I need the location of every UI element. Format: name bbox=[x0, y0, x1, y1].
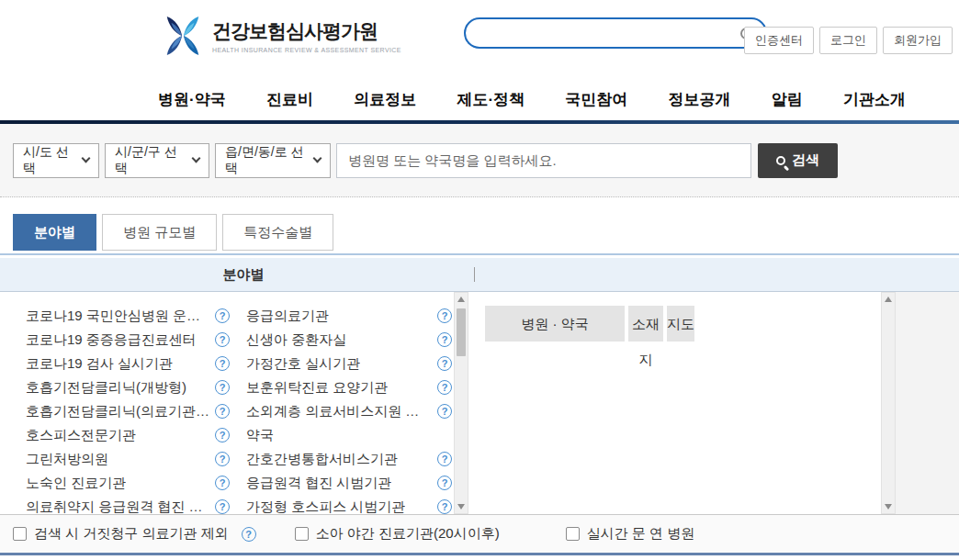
nav-item[interactable]: 국민참여 bbox=[565, 89, 627, 110]
results-scrollbar[interactable] bbox=[881, 292, 896, 514]
footer-filter-checkbox[interactable] bbox=[566, 527, 580, 541]
help-icon[interactable] bbox=[437, 356, 452, 371]
category-item[interactable]: 코로나19 중증응급진료센터 bbox=[26, 328, 230, 352]
nav-item[interactable]: 병원·약국 bbox=[158, 89, 226, 110]
category-item-label[interactable]: 보훈위탁진료 요양기관 bbox=[246, 379, 388, 397]
category-item[interactable]: 코로나19 국민안심병원 운영기관 bbox=[26, 304, 230, 328]
category-item[interactable]: 응급원격 협진 시범기관 bbox=[246, 471, 452, 495]
tab[interactable]: 분야별 bbox=[13, 214, 96, 251]
help-icon[interactable] bbox=[437, 452, 452, 466]
utility-link-button[interactable]: 로그인 bbox=[819, 27, 877, 54]
category-item[interactable]: 코로나19 검사 실시기관 bbox=[26, 352, 230, 375]
chevron-down-icon bbox=[313, 154, 322, 163]
help-icon[interactable] bbox=[215, 356, 230, 371]
category-item-label[interactable]: 가정간호 실시기관 bbox=[246, 355, 360, 373]
category-item-label[interactable]: 응급의료기관 bbox=[246, 308, 329, 325]
category-item[interactable]: 소외계층 의료서비스지원 사업… bbox=[246, 399, 452, 423]
top-bar: 건강보험심사평가원 HEALTH INSURANCE REVIEW & ASSE… bbox=[0, 0, 959, 78]
region-select[interactable]: 읍/면/동/로 선택 bbox=[215, 143, 331, 178]
category-item-label[interactable]: 가정형 호스피스 시범기관 bbox=[246, 498, 405, 515]
category-item-label[interactable]: 호흡기전담클리닉(개방형) bbox=[26, 379, 186, 397]
category-item[interactable]: 호흡기전담클리닉(개방형) bbox=[26, 375, 230, 399]
category-item-label[interactable]: 코로나19 국민안심병원 운영기관 bbox=[26, 308, 209, 325]
help-icon[interactable] bbox=[215, 452, 230, 466]
category-item-label[interactable]: 그린처방의원 bbox=[26, 451, 108, 468]
chevron-down-icon bbox=[192, 154, 201, 163]
help-icon[interactable] bbox=[437, 476, 452, 490]
scroll-up-icon[interactable] bbox=[882, 293, 895, 306]
nav-item[interactable]: 진료비 bbox=[266, 89, 313, 110]
tab-underline bbox=[0, 253, 959, 255]
help-icon[interactable] bbox=[215, 428, 230, 442]
category-item-label[interactable]: 코로나19 중증응급진료센터 bbox=[26, 331, 197, 349]
category-item-label[interactable]: 노숙인 진료기관 bbox=[26, 475, 126, 492]
category-scrollbar[interactable] bbox=[454, 292, 468, 514]
utility-link-button[interactable]: 회원가입 bbox=[883, 27, 953, 54]
results-column-header: 지도 bbox=[667, 306, 694, 342]
category-item-label[interactable]: 응급원격 협진 시범기관 bbox=[246, 475, 391, 492]
tab[interactable]: 병원 규모별 bbox=[102, 214, 217, 251]
category-item-label[interactable]: 코로나19 검사 실시기관 bbox=[26, 355, 173, 373]
results-panel: 병원 · 약국소재지지도 bbox=[468, 292, 896, 514]
footer-filter-checkbox[interactable] bbox=[295, 527, 309, 541]
help-icon[interactable] bbox=[215, 332, 230, 347]
footer-filter-checkbox[interactable] bbox=[13, 527, 27, 541]
category-item[interactable]: 응급의료기관 bbox=[246, 304, 452, 328]
category-columns: 코로나19 국민안심병원 운영기관 코로나19 중증응급진료센터 코로나19 검… bbox=[13, 292, 468, 514]
region-select[interactable]: 시/도 선택 bbox=[13, 143, 99, 178]
category-item[interactable]: 의료취약지 응급원격 협진 시범 bbox=[26, 495, 230, 514]
help-icon[interactable] bbox=[215, 476, 230, 490]
category-item-label[interactable]: 의료취약지 응급원격 협진 시범 bbox=[26, 498, 209, 515]
global-search[interactable] bbox=[464, 17, 767, 49]
region-select[interactable]: 시/군/구 선택 bbox=[105, 143, 209, 178]
footer-filter[interactable]: 실시간 문 연 병원 bbox=[566, 525, 723, 543]
category-item[interactable]: 노숙인 진료기관 bbox=[26, 471, 230, 495]
category-item[interactable]: 약국 bbox=[246, 423, 452, 447]
category-item-label[interactable]: 약국 bbox=[246, 427, 274, 444]
category-item[interactable]: 호흡기전담클리닉(의료기관형) bbox=[26, 399, 230, 423]
logo-title: 건강보험심사평가원 bbox=[212, 18, 401, 44]
keyword-input[interactable] bbox=[336, 143, 751, 178]
nav-item[interactable]: 제도·정책 bbox=[457, 89, 525, 110]
nav-item[interactable]: 의료정보 bbox=[354, 89, 416, 110]
category-item-label[interactable]: 소외계층 의료서비스지원 사업… bbox=[246, 403, 432, 420]
utility-link-button[interactable]: 인증센터 bbox=[744, 27, 814, 54]
help-icon[interactable] bbox=[437, 308, 452, 323]
scroll-down-icon[interactable] bbox=[455, 500, 468, 513]
scrollbar-thumb[interactable] bbox=[457, 308, 466, 356]
help-icon[interactable] bbox=[437, 332, 452, 347]
help-icon[interactable] bbox=[215, 499, 230, 514]
category-item[interactable]: 신생아 중환자실 bbox=[246, 328, 452, 352]
global-search-input[interactable] bbox=[479, 26, 740, 40]
help-icon[interactable] bbox=[215, 380, 230, 395]
category-item[interactable]: 가정간호 실시기관 bbox=[246, 352, 452, 375]
nav-item[interactable]: 알림 bbox=[772, 89, 803, 110]
nav-item[interactable]: 정보공개 bbox=[669, 89, 731, 110]
category-item-label[interactable]: 간호간병통합서비스기관 bbox=[246, 451, 398, 468]
help-icon[interactable] bbox=[437, 499, 452, 514]
scroll-down-icon[interactable] bbox=[882, 500, 895, 513]
category-item-label[interactable]: 호스피스전문기관 bbox=[26, 427, 136, 444]
category-item[interactable]: 호스피스전문기관 bbox=[26, 423, 230, 447]
help-icon[interactable] bbox=[215, 308, 230, 323]
category-list-right: 응급의료기관 신생아 중환자실 가정간호 실시기관 보훈위탁진료 bbox=[246, 304, 452, 514]
tab[interactable]: 특정수술별 bbox=[222, 214, 333, 251]
help-icon[interactable] bbox=[437, 404, 452, 419]
category-item[interactable]: 그린처방의원 bbox=[26, 447, 230, 471]
category-item[interactable]: 가정형 호스피스 시범기관 bbox=[246, 495, 452, 514]
nav-item[interactable]: 기관소개 bbox=[843, 89, 906, 110]
help-icon[interactable] bbox=[242, 527, 256, 542]
category-item-label[interactable]: 호흡기전담클리닉(의료기관형) bbox=[26, 403, 209, 420]
help-icon[interactable] bbox=[215, 404, 230, 419]
category-item[interactable]: 간호간병통합서비스기관 bbox=[246, 447, 452, 471]
footer-options-bar: 검색 시 거짓청구 의료기관 제외 소아 야간 진료기관(20시이후) 실시간 … bbox=[0, 514, 959, 553]
scroll-up-icon[interactable] bbox=[455, 293, 468, 306]
footer-filter[interactable]: 소아 야간 진료기관(20시이후) bbox=[295, 525, 527, 543]
category-item-label[interactable]: 신생아 중환자실 bbox=[246, 331, 346, 349]
help-icon[interactable] bbox=[437, 380, 452, 395]
results-column-header: 소재지 bbox=[628, 306, 663, 342]
footer-filter[interactable]: 검색 시 거짓청구 의료기관 제외 bbox=[13, 525, 256, 543]
search-button[interactable]: 검색 bbox=[758, 143, 838, 178]
hira-logo[interactable]: 건강보험심사평가원 HEALTH INSURANCE REVIEW & ASSE… bbox=[162, 15, 401, 57]
category-item[interactable]: 보훈위탁진료 요양기관 bbox=[246, 375, 452, 399]
